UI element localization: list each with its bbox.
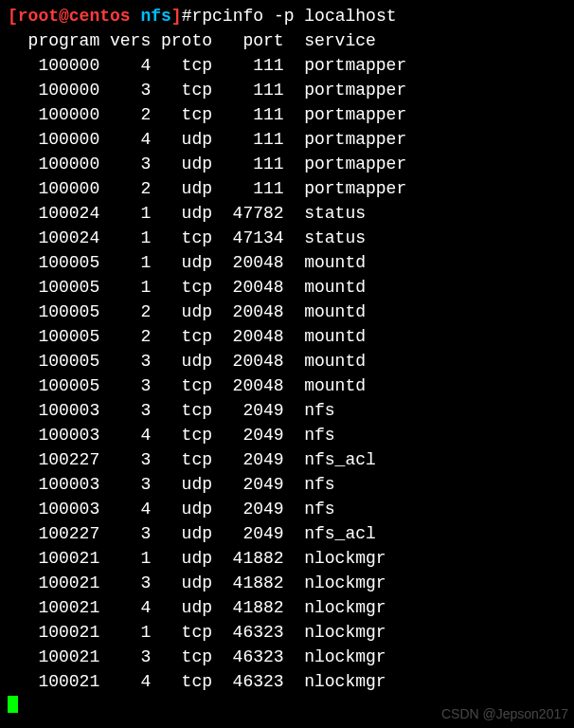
cell-program: 100003: [8, 423, 99, 447]
table-row: 1000033tcp2049nfs: [8, 398, 566, 423]
header-vers: vers: [99, 28, 151, 53]
table-row: 1000053tcp20048mountd: [8, 373, 566, 398]
cell-port: 20048: [212, 300, 284, 324]
cell-vers: 4: [99, 53, 151, 78]
cell-port: 111: [212, 127, 284, 152]
table-row: 1000003tcp111portmapper: [8, 78, 566, 102]
cell-service: status: [304, 226, 366, 250]
cell-service: mountd: [304, 275, 366, 300]
cell-port: 20048: [212, 275, 284, 300]
table-row: 1000004udp111portmapper: [8, 127, 566, 152]
cell-port: 41882: [212, 595, 284, 620]
cell-vers: 3: [99, 645, 151, 669]
cell-vers: 2: [99, 102, 151, 127]
header-program: program: [8, 28, 99, 53]
cell-program: 100000: [8, 78, 99, 102]
cell-port: 47782: [212, 201, 284, 226]
cell-port: 111: [212, 53, 284, 78]
cell-proto: tcp: [151, 373, 212, 398]
cell-port: 2049: [212, 472, 284, 497]
cell-vers: 4: [99, 669, 151, 694]
cell-port: 20048: [212, 250, 284, 275]
cell-proto: tcp: [151, 102, 212, 127]
cell-vers: 1: [99, 620, 151, 645]
cell-vers: 3: [99, 373, 151, 398]
table-row: 1000052tcp20048mountd: [8, 324, 566, 349]
cell-service: nfs: [304, 497, 334, 521]
watermark-text: CSDN @Jepson2017: [441, 701, 568, 722]
cell-proto: udp: [151, 152, 212, 176]
cell-vers: 3: [99, 571, 151, 595]
cell-vers: 2: [99, 300, 151, 324]
table-row: 1002273tcp2049nfs_acl: [8, 447, 566, 472]
cell-vers: 3: [99, 78, 151, 102]
table-row: 1000034tcp2049nfs: [8, 423, 566, 447]
cell-service: mountd: [304, 300, 366, 324]
table-row: 1000033udp2049nfs: [8, 472, 566, 497]
cell-proto: tcp: [151, 447, 212, 472]
cell-port: 20048: [212, 349, 284, 373]
cell-service: portmapper: [304, 78, 406, 102]
cell-service: mountd: [304, 324, 366, 349]
cell-proto: udp: [151, 300, 212, 324]
cell-service: nfs_acl: [304, 521, 376, 546]
prompt-close-bracket: ]: [171, 7, 182, 26]
header-port: port: [212, 28, 284, 53]
cell-proto: tcp: [151, 53, 212, 78]
cell-vers: 1: [99, 226, 151, 250]
cell-proto: udp: [151, 176, 212, 201]
cell-vers: 4: [99, 423, 151, 447]
table-row: 1000051udp20048mountd: [8, 250, 566, 275]
table-row: 1000002udp111portmapper: [8, 176, 566, 201]
cell-service: mountd: [304, 250, 366, 275]
cell-port: 111: [212, 152, 284, 176]
cell-program: 100021: [8, 620, 99, 645]
cell-port: 41882: [212, 571, 284, 595]
cell-proto: udp: [151, 250, 212, 275]
cell-service: nlockmgr: [304, 645, 386, 669]
cell-proto: tcp: [151, 275, 212, 300]
cell-service: nlockmgr: [304, 620, 386, 645]
cell-vers: 2: [99, 176, 151, 201]
cell-proto: udp: [151, 201, 212, 226]
cell-vers: 3: [99, 447, 151, 472]
cell-service: mountd: [304, 373, 366, 398]
cell-service: portmapper: [304, 176, 406, 201]
cell-program: 100000: [8, 152, 99, 176]
cell-service: portmapper: [304, 53, 406, 78]
cell-program: 100021: [8, 669, 99, 694]
table-row: 1000241udp47782status: [8, 201, 566, 226]
cell-program: 100024: [8, 226, 99, 250]
table-row: 1002273udp2049nfs_acl: [8, 521, 566, 546]
table-row: 1000213tcp46323nlockmgr: [8, 645, 566, 669]
cell-vers: 3: [99, 349, 151, 373]
prompt-user-host: [root@centos: [8, 7, 131, 26]
cell-proto: udp: [151, 472, 212, 497]
table-row: 1000034udp2049nfs: [8, 497, 566, 521]
cell-proto: tcp: [151, 324, 212, 349]
prompt-directory: nfs: [131, 7, 171, 26]
cell-port: 2049: [212, 447, 284, 472]
header-service: service: [304, 28, 376, 53]
cell-service: nlockmgr: [304, 595, 386, 620]
command-line[interactable]: [root@centos nfs]#rpcinfo -p localhost: [8, 4, 566, 28]
cell-vers: 4: [99, 595, 151, 620]
cell-proto: udp: [151, 546, 212, 571]
cell-port: 2049: [212, 398, 284, 423]
cell-proto: udp: [151, 595, 212, 620]
cell-vers: 1: [99, 275, 151, 300]
table-row: 1000053udp20048mountd: [8, 349, 566, 373]
cell-program: 100005: [8, 349, 99, 373]
cell-program: 100005: [8, 300, 99, 324]
cell-program: 100227: [8, 521, 99, 546]
table-row: 1000002tcp111portmapper: [8, 102, 566, 127]
table-row: 1000003udp111portmapper: [8, 152, 566, 176]
cell-service: nfs: [304, 423, 334, 447]
cell-program: 100227: [8, 447, 99, 472]
table-row: 1000241tcp47134status: [8, 226, 566, 250]
cell-proto: tcp: [151, 398, 212, 423]
cell-service: portmapper: [304, 102, 406, 127]
cell-port: 46323: [212, 620, 284, 645]
cell-program: 100024: [8, 201, 99, 226]
table-row: 1000213udp41882nlockmgr: [8, 571, 566, 595]
